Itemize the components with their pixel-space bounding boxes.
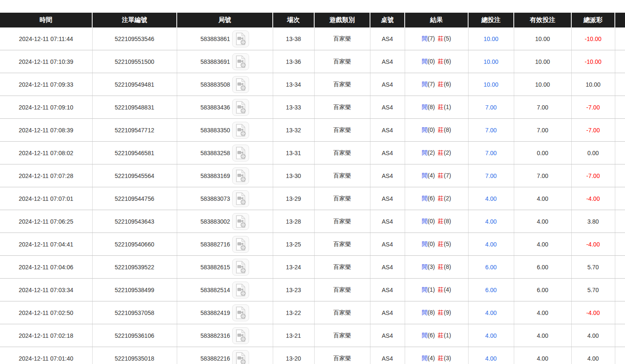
session-cell: 13-24 [273, 256, 314, 279]
game-type-cell: 百家樂 [314, 347, 370, 364]
table-body: 2024-12-11 07:11:44 522109553546 5838838… [0, 27, 625, 364]
overflow-cell [615, 96, 625, 119]
video-replay-button[interactable] [232, 76, 249, 93]
valid-bet-cell: 7.00 [514, 164, 571, 187]
session-cell: 13-25 [273, 233, 314, 256]
video-file-icon [233, 77, 248, 92]
valid-bet-cell: 6.00 [514, 256, 571, 279]
round-cell: 583883350 [177, 119, 273, 142]
table-row: 2024-12-11 07:04:06 522109539522 5838826… [0, 256, 625, 279]
video-replay-button[interactable] [232, 53, 249, 70]
bet-id-cell: 522109551500 [92, 50, 177, 73]
column-header-time: 時間 [0, 13, 92, 27]
game-type-cell: 百家樂 [314, 27, 370, 50]
bet-history-table: 時間 注單編號 局號 場次 遊戲類別 桌號 結果 總投注 有效投注 總派彩 20… [0, 13, 625, 364]
total-payout-cell: -10.00 [571, 50, 615, 73]
result-cell: 閒7莊5 [405, 27, 468, 50]
column-header-game-type: 遊戲類別 [314, 13, 370, 27]
game-type-cell: 百家樂 [314, 73, 370, 96]
total-payout-cell: -4.00 [571, 301, 615, 324]
banker-result-label: 莊 [438, 286, 444, 293]
session-cell: 13-22 [273, 301, 314, 324]
player-score: 1 [428, 286, 435, 293]
time-cell: 2024-12-11 07:08:02 [0, 142, 92, 164]
video-replay-button[interactable] [232, 190, 249, 207]
round-id-text: 583882615 [200, 264, 230, 271]
table-row: 2024-12-11 07:02:50 522109537058 5838824… [0, 301, 625, 324]
video-replay-button[interactable] [232, 167, 249, 184]
video-replay-button[interactable] [232, 304, 249, 321]
valid-bet-cell: 6.00 [514, 279, 571, 301]
time-cell: 2024-12-11 07:09:33 [0, 73, 92, 96]
table-row: 2024-12-11 07:02:18 522109536106 5838823… [0, 324, 625, 347]
total-payout-cell: -7.00 [571, 119, 615, 142]
video-replay-button[interactable] [232, 30, 249, 47]
time-cell: 2024-12-11 07:02:50 [0, 301, 92, 324]
game-type-cell: 百家樂 [314, 50, 370, 73]
table-no-cell: AS4 [370, 347, 405, 364]
session-cell: 13-21 [273, 324, 314, 347]
video-replay-button[interactable] [232, 122, 249, 139]
total-bet-cell: 6.00 [468, 256, 514, 279]
valid-bet-cell: 10.00 [514, 73, 571, 96]
round-cell: 583883861 [177, 27, 273, 50]
video-replay-button[interactable] [232, 327, 249, 344]
bet-id-cell: 522109546581 [92, 142, 177, 164]
video-replay-button[interactable] [232, 99, 249, 116]
time-cell: 2024-12-11 07:07:01 [0, 187, 92, 210]
bet-history-grid: 時間 注單編號 局號 場次 遊戲類別 桌號 結果 總投注 有效投注 總派彩 20… [0, 13, 625, 364]
table-no-cell: AS4 [370, 187, 405, 210]
player-result-label: 閒 [422, 195, 428, 202]
player-result-label: 閒 [422, 263, 428, 270]
video-replay-button[interactable] [232, 259, 249, 276]
total-payout-cell: -4.00 [571, 233, 615, 256]
total-bet-cell: 6.00 [468, 279, 514, 301]
session-cell: 13-29 [273, 187, 314, 210]
player-result-label: 閒 [422, 309, 428, 316]
video-replay-button[interactable] [232, 236, 249, 253]
table-row: 2024-12-11 07:08:02 522109546581 5838832… [0, 142, 625, 164]
result-cell: 閒0莊5 [405, 233, 468, 256]
round-cell: 583882615 [177, 256, 273, 279]
bet-id-cell: 522109535018 [92, 347, 177, 364]
total-payout-cell: -4.00 [571, 187, 615, 210]
overflow-cell [615, 142, 625, 164]
total-bet-cell: 7.00 [468, 164, 514, 187]
banker-result-label: 莊 [438, 104, 444, 110]
banker-result-label: 莊 [438, 263, 444, 270]
video-replay-button[interactable] [232, 213, 249, 230]
video-replay-button[interactable] [232, 145, 249, 161]
bet-id-cell: 522109553546 [92, 27, 177, 50]
time-cell: 2024-12-11 07:09:10 [0, 96, 92, 119]
video-replay-button[interactable] [232, 350, 249, 364]
game-type-cell: 百家樂 [314, 119, 370, 142]
overflow-cell [615, 301, 625, 324]
table-row: 2024-12-11 07:07:01 522109544756 5838830… [0, 187, 625, 210]
video-file-icon [233, 214, 248, 229]
overflow-cell [615, 256, 625, 279]
round-cell: 583883691 [177, 50, 273, 73]
game-type-cell: 百家樂 [314, 279, 370, 301]
result-cell: 閒7莊6 [405, 73, 468, 96]
valid-bet-cell: 4.00 [514, 187, 571, 210]
bet-id-cell: 522109547712 [92, 119, 177, 142]
bet-id-cell: 522109539522 [92, 256, 177, 279]
banker-score: 3 [444, 355, 451, 361]
table-row: 2024-12-11 07:04:41 522109540660 5838827… [0, 233, 625, 256]
player-score: 6 [428, 332, 435, 339]
valid-bet-cell: 4.00 [514, 324, 571, 347]
overflow-cell [615, 324, 625, 347]
player-result-label: 閒 [422, 104, 428, 110]
round-id-text: 583882716 [200, 241, 230, 248]
banker-score: 2 [444, 195, 451, 202]
round-id-text: 583883073 [200, 195, 230, 202]
game-type-cell: 百家樂 [314, 96, 370, 119]
banker-score: 6 [444, 81, 451, 88]
banker-result-label: 莊 [438, 241, 444, 247]
video-replay-button[interactable] [232, 282, 249, 298]
banker-result-label: 莊 [438, 58, 444, 65]
column-header-result: 結果 [405, 13, 468, 27]
time-cell: 2024-12-11 07:06:25 [0, 210, 92, 233]
session-cell: 13-20 [273, 347, 314, 364]
total-bet-cell: 4.00 [468, 301, 514, 324]
